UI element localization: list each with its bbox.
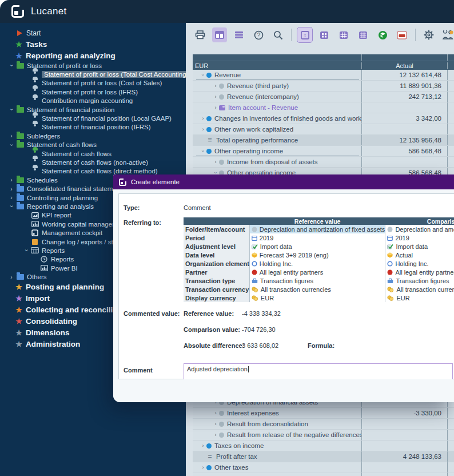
sidebar-item-statement-of-profit-or-loss-total-cost-accounting[interactable]: ›Statement of profit or loss (Total Cost… [0,70,186,78]
dialog-title-bar[interactable]: Create elemente [113,174,454,189]
folder-green-icon [16,133,24,140]
table-row-taxes-on-income[interactable]: ›Taxes on income [193,441,454,451]
sidebar-item-statement-of-financial-position-ifrs[interactable]: ›Statement of financial position (IFRS) [0,123,186,132]
actual-value: 4 248 133,63 [362,451,448,462]
table-row-interest-expenses[interactable]: ›Interest expenses-3 330,00 [193,408,454,419]
rows-icon[interactable] [232,27,246,42]
ref-table-row-transaction-type[interactable]: Transaction typeTransaction figuresTrans… [184,276,454,285]
bar-chart-icon [40,265,48,272]
chevron-collapsed-icon[interactable]: › [200,443,206,449]
ref-table-row-folder-item-account[interactable]: Folder/item/accountDepreciation and amor… [184,225,454,233]
chevron-expanded-icon[interactable]: › [200,72,206,78]
absolute-difference-label: Absolute difference: [184,342,244,349]
sidebar-item-statement-of-profit-or-loss[interactable]: ›Statement of profit or loss [0,61,186,70]
toolbar: ?t [193,26,454,43]
chevron-collapsed-icon[interactable]: › [212,83,219,89]
account-node-icon [219,94,224,100]
circle-red-icon [252,269,257,275]
print-icon[interactable] [193,27,208,42]
ref-table-row-data-level[interactable]: Data levelForecast 3+9 2019 (eng)Actual [184,251,454,259]
sidebar-item-reporting-and-analyzing[interactable]: ›★Reporting and analyzing [0,50,186,61]
actual-value [362,419,448,429]
report-card-icon[interactable] [395,27,409,42]
absolute-difference: 3 633 608,02 [242,342,278,349]
ref-table-row-period[interactable]: Period20192019 [184,233,454,242]
sidebar-item-tasks[interactable]: ›★Tasks [0,38,186,50]
sidebar-item-statement-of-profit-or-loss-cost-of-sales[interactable]: ›Statement of profit or loss (Cost of Sa… [0,79,186,88]
search-icon[interactable] [270,27,285,42]
sidebar-item-contribution-margin-accounting[interactable]: ›Contribution margin accounting [0,97,186,105]
chevron-expanded-icon[interactable]: › [9,141,15,148]
sidebar-item-subledgers[interactable]: ›Subledgers [0,132,186,140]
sidebar-item-statement-of-financial-position-local-gaap[interactable]: ›Statement of financial position (Local … [0,114,186,122]
users-badge-icon[interactable] [441,27,454,42]
table-row-total-operating-performance[interactable]: ›=Total operating performance12 135 956,… [193,135,454,146]
sidebar-item-start[interactable]: ›Start [0,27,186,38]
table-row-revenue-third-party[interactable]: ›Revenue (third party)11 889 901,36 [193,81,454,92]
actual-value: 12 135 956,48 [362,135,448,145]
account-node-icon [206,465,212,470]
chevron-collapsed-icon[interactable]: › [212,159,219,165]
bar-chart-icon [31,221,39,228]
ref-table-row-partner[interactable]: PartnerAll legal entity partnersAll lega… [184,268,454,276]
reference-table: Reference valueComparison valueFolder/it… [184,217,454,302]
text-cell-icon[interactable]: t [297,27,312,42]
table-row-income-from-disposal-of-assets[interactable]: ›Income from disposal of assets [193,157,454,168]
grid-icon[interactable] [317,27,332,42]
sidebar-item-statement-of-profit-or-loss-ifrs[interactable]: ›Statement of profit or loss (IFRS) [0,88,186,96]
chevron-collapsed-icon[interactable]: › [8,274,15,280]
chevron-collapsed-icon[interactable]: › [8,186,15,192]
grid-hash-icon[interactable] [336,27,351,42]
chevron-collapsed-icon[interactable]: › [8,177,15,183]
sidebar-item-statement-of-cash-flows-non-active[interactable]: ›Statement of cash flows (non-active) [0,158,186,166]
table-row-minority-interests[interactable]: ›Minority interests [193,473,454,476]
table-row-changes-in-inventories-of-finished-goods-and-work[interactable]: ›Changes in inventories of finished good… [193,113,454,124]
table-row-result-from-release-of-the-negative-differences[interactable]: ›Result from release of the negative dif… [193,430,454,441]
chevron-collapsed-icon[interactable]: › [200,116,206,121]
sidebar-item-statement-of-cash-flows[interactable]: ›Statement of cash flows [0,141,186,149]
chevron-collapsed-icon[interactable]: › [212,105,219,110]
table-row-other-own-work-capitalized[interactable]: ›Other own work capitalized [193,124,454,135]
sidebar-item-statement-of-financial-position[interactable]: ›Statement of financial position [0,105,186,114]
actual-value [362,430,448,440]
table-row-other-operating-income[interactable]: ›Other operating income586 568,48 [193,146,454,157]
briefcase-icon [387,278,393,284]
chevron-expanded-icon[interactable]: › [9,203,15,210]
chevron-collapsed-icon[interactable]: › [8,195,15,201]
table-row-other-taxes[interactable]: ›Other taxes [193,462,454,473]
sidebar-item-statement-of-cash-flows[interactable]: ›Statement of cash flows [0,149,186,158]
help-icon[interactable]: ? [251,27,266,42]
table-row-revenue-intercompany[interactable]: ›Revenue (intercompany)242 713,12 [193,92,454,102]
ref-table-row-transaction-currency[interactable]: Transaction currencyAll transaction curr… [184,285,454,293]
chevron-collapsed-icon[interactable]: › [200,465,206,470]
kpi-chart-icon [31,212,39,219]
referring-to-label: Referring to: [124,219,161,226]
chevron-expanded-icon[interactable]: › [9,106,15,113]
chevron-expanded-icon[interactable]: › [200,148,206,154]
actual-value [362,462,448,473]
calendar-icon [387,235,393,241]
chevron-expanded-icon[interactable]: › [23,247,30,254]
chevron-collapsed-icon[interactable]: › [200,126,206,132]
ref-table-row-display-currency[interactable]: Display currencyEUREUR [184,293,454,302]
ref-table-row-adjustment-level[interactable]: Adjustment levelImport dataImport data [184,242,454,251]
layout-table-icon[interactable] [212,27,227,42]
grid-dense-icon[interactable] [356,27,371,42]
actual-value: 242 713,12 [362,92,448,102]
dot-gray-icon [252,227,257,232]
chevron-collapsed-icon[interactable]: › [212,410,219,416]
chevron-collapsed-icon[interactable]: › [212,421,219,427]
table-row-item-account-revenue[interactable]: ›Item account - Revenue [193,102,454,113]
gear-icon[interactable] [421,27,436,42]
table-row-revenue[interactable]: ›Revenue12 132 614,48 [193,70,454,81]
chevron-collapsed-icon[interactable]: › [212,432,219,438]
globe-green-icon[interactable] [375,27,390,42]
chevron-collapsed-icon[interactable]: › [8,133,15,139]
ref-table-row-organization-element[interactable]: Organization elementHolding Inc.Holding … [184,259,454,268]
actual-value [362,102,448,113]
chevron-expanded-icon[interactable]: › [9,62,15,69]
actual-value [362,157,448,167]
table-row-result-from-deconsolidation[interactable]: ›Result from deconsolidation [193,419,454,430]
table-row-profit-after-tax[interactable]: ›=Profit after tax4 248 133,63 [193,451,454,462]
chevron-collapsed-icon[interactable]: › [212,94,219,100]
